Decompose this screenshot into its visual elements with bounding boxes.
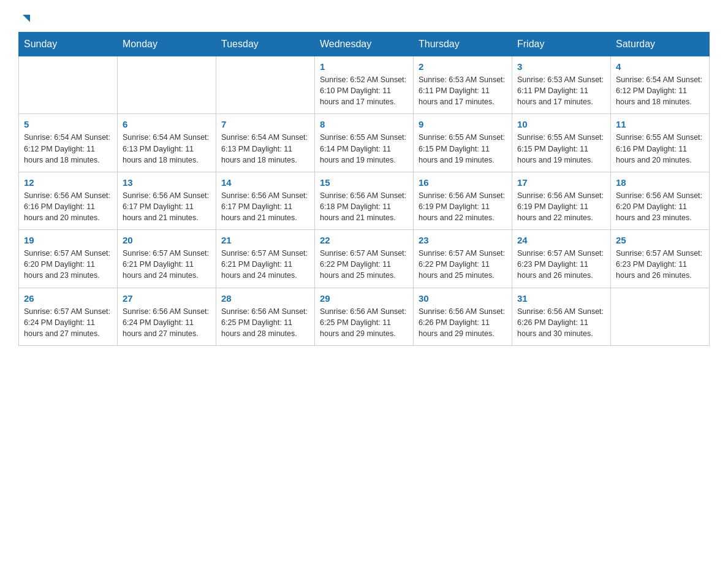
day-number: 5 [24,119,112,129]
calendar-week-row: 5Sunrise: 6:54 AM Sunset: 6:12 PM Daylig… [19,114,710,172]
calendar-table: SundayMondayTuesdayWednesdayThursdayFrid… [18,32,710,346]
day-info: Sunrise: 6:56 AM Sunset: 6:16 PM Dayligh… [24,190,112,223]
day-number: 6 [123,119,211,129]
calendar-cell [19,56,118,114]
logo-triangle-icon [20,12,33,26]
day-info: Sunrise: 6:56 AM Sunset: 6:24 PM Dayligh… [123,306,211,339]
calendar-cell: 15Sunrise: 6:56 AM Sunset: 6:18 PM Dayli… [315,172,414,229]
day-info: Sunrise: 6:56 AM Sunset: 6:26 PM Dayligh… [517,306,605,339]
day-number: 1 [320,61,408,72]
calendar-cell [118,56,216,114]
day-number: 27 [123,293,211,304]
calendar-cell: 18Sunrise: 6:56 AM Sunset: 6:20 PM Dayli… [611,172,710,229]
day-number: 16 [419,177,507,188]
weekday-header-monday: Monday [118,33,216,56]
day-number: 31 [517,293,605,304]
day-info: Sunrise: 6:56 AM Sunset: 6:25 PM Dayligh… [320,306,408,339]
calendar-week-row: 26Sunrise: 6:57 AM Sunset: 6:24 PM Dayli… [19,288,710,345]
day-info: Sunrise: 6:56 AM Sunset: 6:18 PM Dayligh… [320,190,408,223]
day-info: Sunrise: 6:57 AM Sunset: 6:22 PM Dayligh… [419,248,507,281]
weekday-header-friday: Friday [512,33,611,56]
day-number: 28 [221,293,309,304]
day-info: Sunrise: 6:53 AM Sunset: 6:11 PM Dayligh… [517,74,605,107]
day-number: 15 [320,177,408,188]
weekday-header-wednesday: Wednesday [315,33,414,56]
calendar-cell: 20Sunrise: 6:57 AM Sunset: 6:21 PM Dayli… [118,230,216,288]
calendar-cell: 24Sunrise: 6:57 AM Sunset: 6:23 PM Dayli… [512,230,611,288]
day-info: Sunrise: 6:57 AM Sunset: 6:24 PM Dayligh… [24,306,112,339]
day-number: 7 [221,119,309,129]
calendar-cell: 17Sunrise: 6:56 AM Sunset: 6:19 PM Dayli… [512,172,611,229]
day-number: 24 [517,235,605,245]
calendar-week-row: 19Sunrise: 6:57 AM Sunset: 6:20 PM Dayli… [19,230,710,288]
calendar-cell: 25Sunrise: 6:57 AM Sunset: 6:23 PM Dayli… [611,230,710,288]
day-info: Sunrise: 6:57 AM Sunset: 6:23 PM Dayligh… [517,248,605,281]
weekday-header-tuesday: Tuesday [216,33,315,56]
day-number: 9 [419,119,507,129]
calendar-cell: 21Sunrise: 6:57 AM Sunset: 6:21 PM Dayli… [216,230,315,288]
calendar-cell: 29Sunrise: 6:56 AM Sunset: 6:25 PM Dayli… [315,288,414,345]
day-info: Sunrise: 6:54 AM Sunset: 6:13 PM Dayligh… [123,132,211,165]
calendar-cell: 9Sunrise: 6:55 AM Sunset: 6:15 PM Daylig… [414,114,512,172]
weekday-header-thursday: Thursday [414,33,512,56]
calendar-cell: 16Sunrise: 6:56 AM Sunset: 6:19 PM Dayli… [414,172,512,229]
calendar-cell [216,56,315,114]
weekday-header-saturday: Saturday [611,33,710,56]
day-info: Sunrise: 6:54 AM Sunset: 6:13 PM Dayligh… [221,132,309,165]
calendar-cell: 19Sunrise: 6:57 AM Sunset: 6:20 PM Dayli… [19,230,118,288]
day-number: 26 [24,293,112,304]
day-info: Sunrise: 6:57 AM Sunset: 6:20 PM Dayligh… [24,248,112,281]
calendar-cell: 5Sunrise: 6:54 AM Sunset: 6:12 PM Daylig… [19,114,118,172]
day-number: 30 [419,293,507,304]
day-number: 20 [123,235,211,245]
svg-marker-0 [23,15,30,22]
day-info: Sunrise: 6:55 AM Sunset: 6:15 PM Dayligh… [419,132,507,165]
calendar-cell: 13Sunrise: 6:56 AM Sunset: 6:17 PM Dayli… [118,172,216,229]
day-number: 4 [616,61,704,72]
calendar-cell: 27Sunrise: 6:56 AM Sunset: 6:24 PM Dayli… [118,288,216,345]
calendar-header-row: SundayMondayTuesdayWednesdayThursdayFrid… [19,33,710,56]
day-info: Sunrise: 6:56 AM Sunset: 6:26 PM Dayligh… [419,306,507,339]
day-info: Sunrise: 6:56 AM Sunset: 6:19 PM Dayligh… [419,190,507,223]
day-info: Sunrise: 6:56 AM Sunset: 6:17 PM Dayligh… [221,190,309,223]
day-info: Sunrise: 6:57 AM Sunset: 6:22 PM Dayligh… [320,248,408,281]
day-info: Sunrise: 6:53 AM Sunset: 6:11 PM Dayligh… [419,74,507,107]
day-number: 12 [24,177,112,188]
weekday-header-sunday: Sunday [19,33,118,56]
day-number: 21 [221,235,309,245]
day-number: 18 [616,177,704,188]
calendar-cell: 10Sunrise: 6:55 AM Sunset: 6:15 PM Dayli… [512,114,611,172]
day-info: Sunrise: 6:55 AM Sunset: 6:14 PM Dayligh… [320,132,408,165]
day-info: Sunrise: 6:57 AM Sunset: 6:23 PM Dayligh… [616,248,704,281]
calendar-week-row: 1Sunrise: 6:52 AM Sunset: 6:10 PM Daylig… [19,56,710,114]
day-info: Sunrise: 6:56 AM Sunset: 6:25 PM Dayligh… [221,306,309,339]
day-info: Sunrise: 6:55 AM Sunset: 6:15 PM Dayligh… [517,132,605,165]
day-number: 29 [320,293,408,304]
calendar-cell: 3Sunrise: 6:53 AM Sunset: 6:11 PM Daylig… [512,56,611,114]
calendar-cell: 14Sunrise: 6:56 AM Sunset: 6:17 PM Dayli… [216,172,315,229]
day-info: Sunrise: 6:56 AM Sunset: 6:19 PM Dayligh… [517,190,605,223]
calendar-cell: 2Sunrise: 6:53 AM Sunset: 6:11 PM Daylig… [414,56,512,114]
day-info: Sunrise: 6:56 AM Sunset: 6:20 PM Dayligh… [616,190,704,223]
day-info: Sunrise: 6:55 AM Sunset: 6:16 PM Dayligh… [616,132,704,165]
day-number: 3 [517,61,605,72]
day-number: 13 [123,177,211,188]
calendar-cell [611,288,710,345]
day-number: 14 [221,177,309,188]
day-number: 23 [419,235,507,245]
calendar-cell: 28Sunrise: 6:56 AM Sunset: 6:25 PM Dayli… [216,288,315,345]
calendar-cell: 1Sunrise: 6:52 AM Sunset: 6:10 PM Daylig… [315,56,414,114]
day-number: 11 [616,119,704,129]
day-info: Sunrise: 6:54 AM Sunset: 6:12 PM Dayligh… [24,132,112,165]
day-info: Sunrise: 6:57 AM Sunset: 6:21 PM Dayligh… [123,248,211,281]
calendar-cell: 22Sunrise: 6:57 AM Sunset: 6:22 PM Dayli… [315,230,414,288]
calendar-week-row: 12Sunrise: 6:56 AM Sunset: 6:16 PM Dayli… [19,172,710,229]
calendar-cell: 23Sunrise: 6:57 AM Sunset: 6:22 PM Dayli… [414,230,512,288]
logo [18,12,33,22]
day-info: Sunrise: 6:54 AM Sunset: 6:12 PM Dayligh… [616,74,704,107]
day-number: 25 [616,235,704,245]
day-number: 19 [24,235,112,245]
calendar-cell: 31Sunrise: 6:56 AM Sunset: 6:26 PM Dayli… [512,288,611,345]
day-info: Sunrise: 6:56 AM Sunset: 6:17 PM Dayligh… [123,190,211,223]
calendar-cell: 26Sunrise: 6:57 AM Sunset: 6:24 PM Dayli… [19,288,118,345]
